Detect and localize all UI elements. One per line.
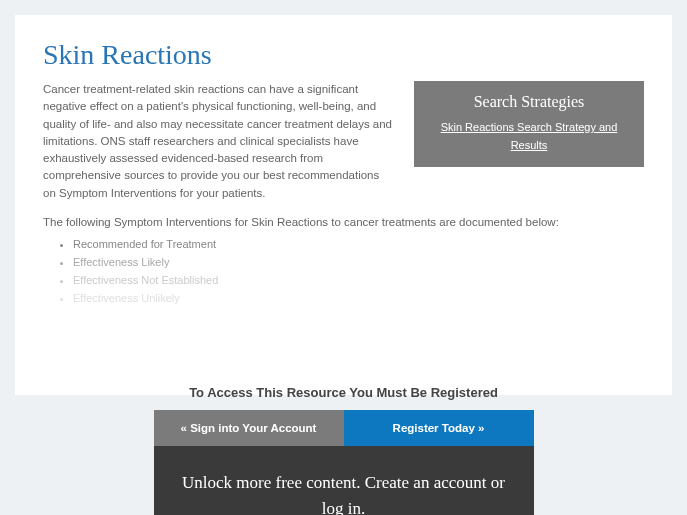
list-item: Effectiveness Unlikely [73,292,644,304]
content-card: Skin Reactions Cancer treatment-related … [15,15,672,395]
top-row: Cancer treatment-related skin reactions … [43,81,644,202]
intervention-list: Recommended for Treatment Effectiveness … [43,238,644,304]
gate-title: To Access This Resource You Must Be Regi… [154,385,534,400]
list-item: Recommended for Treatment [73,238,644,250]
aside-link[interactable]: Skin Reactions Search Strategy and Resul… [441,121,618,151]
subintro-text: The following Symptom Interventions for … [43,216,644,228]
signin-button[interactable]: « Sign into Your Account [154,410,344,446]
gate-headline: Unlock more free content. Create an acco… [180,470,508,515]
aside-title: Search Strategies [424,93,634,111]
page-title: Skin Reactions [43,39,644,71]
search-strategies-box: Search Strategies Skin Reactions Search … [414,81,644,167]
access-gate: To Access This Resource You Must Be Regi… [154,385,534,515]
register-button[interactable]: Register Today » [344,410,534,446]
intro-text: Cancer treatment-related skin reactions … [43,81,394,202]
button-row: « Sign into Your Account Register Today … [154,410,534,446]
gate-body: Unlock more free content. Create an acco… [154,446,534,515]
list-item: Effectiveness Likely [73,256,644,268]
list-item: Effectiveness Not Established [73,274,644,286]
